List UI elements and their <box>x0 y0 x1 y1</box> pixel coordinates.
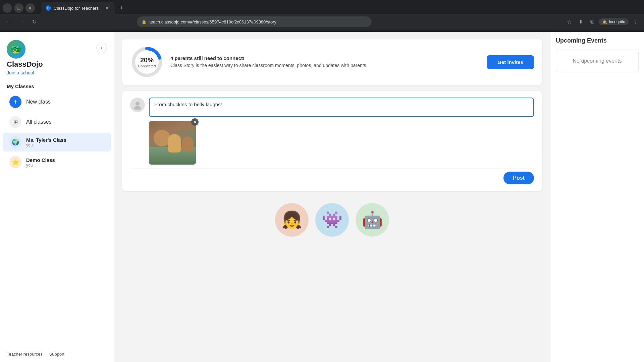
tab-title: ClassDojo for Teachers <box>54 6 99 11</box>
sidebar: 🐲 ClassDojo Join a school ‹ My Classes +… <box>0 32 114 362</box>
class-item-1[interactable]: ⭐ Demo Class you <box>3 153 111 172</box>
logo-area: 🐲 ClassDojo Join a school <box>7 40 43 75</box>
right-panel: Upcoming Events No upcoming events <box>550 32 644 362</box>
download-button[interactable]: ⬇ <box>576 17 585 26</box>
back-button[interactable]: ← <box>4 17 13 26</box>
join-school-link[interactable]: Join a school <box>7 70 34 75</box>
footer-separator: · <box>45 352 47 357</box>
my-classes-label: My Classes <box>0 81 114 92</box>
menu-button[interactable]: ⋮ <box>631 17 640 26</box>
forward-button[interactable]: → <box>17 17 26 26</box>
post-image <box>149 121 196 165</box>
minimize-button[interactable]: － <box>3 3 12 13</box>
all-classes-item[interactable]: ⊞ All classes <box>3 113 111 131</box>
upcoming-events-title: Upcoming Events <box>556 37 639 44</box>
post-button[interactable]: Post <box>503 172 534 184</box>
character-3: 🤖 <box>356 203 389 237</box>
toolbar-right: ☆ ⬇ ⧉ 🕵 Incognito ⋮ <box>565 17 640 26</box>
address-bar-row: ← → ↻ 🔒 teach.classdojo.com/#/classes/65… <box>0 14 644 29</box>
tab-bar-row: － □ ✕ D ClassDojo for Teachers ✕ + <box>0 0 644 14</box>
class-name-0: Ms. Tyler's Class <box>26 137 66 143</box>
url-text: teach.classdojo.com/#/classes/65974c810c… <box>149 19 276 24</box>
browser-chrome: － □ ✕ D ClassDojo for Teachers ✕ + ← → ↻… <box>0 0 644 32</box>
new-class-item[interactable]: + New class <box>3 93 111 111</box>
get-invites-button[interactable]: Get invites <box>487 55 534 69</box>
teacher-resources-link[interactable]: Teacher resources <box>7 352 43 357</box>
bookmark-button[interactable]: ☆ <box>565 17 574 26</box>
collapse-sidebar-button[interactable]: ‹ <box>96 43 107 53</box>
lock-icon: 🔒 <box>142 19 147 24</box>
tab-favicon: D <box>46 5 51 11</box>
class-info-1: Demo Class you <box>26 157 55 168</box>
incognito-icon: 🕵 <box>602 19 607 24</box>
progress-ring: 20% Connected <box>130 45 164 79</box>
tab-bar: D ClassDojo for Teachers ✕ + <box>38 2 641 14</box>
support-link[interactable]: Support <box>49 352 65 357</box>
tab-close-button[interactable]: ✕ <box>104 5 110 11</box>
new-class-icon: + <box>9 96 21 108</box>
post-image-inner <box>149 121 196 165</box>
character-1: 👧 <box>275 203 309 237</box>
active-tab[interactable]: D ClassDojo for Teachers ✕ <box>41 2 115 14</box>
address-bar[interactable]: 🔒 teach.classdojo.com/#/classes/65974c81… <box>137 16 372 27</box>
no-events-message: No upcoming events <box>556 50 639 72</box>
extensions-button[interactable]: ⧉ <box>587 17 597 26</box>
logo-icon: 🐲 <box>7 40 25 59</box>
post-card: ✕ Post <box>122 91 542 191</box>
all-classes-icon: ⊞ <box>9 116 21 128</box>
page-layout: 🐲 ClassDojo Join a school ‹ My Classes +… <box>0 32 644 362</box>
all-classes-label: All classes <box>26 119 52 125</box>
post-image-preview: ✕ <box>149 121 196 165</box>
close-button[interactable]: ✕ <box>25 3 35 13</box>
progress-percent: 20% <box>138 56 156 64</box>
incognito-badge: 🕵 Incognito <box>599 18 629 25</box>
window-controls: － □ ✕ <box>3 3 35 13</box>
characters-section: 👧 👾 🤖 <box>122 196 542 243</box>
sidebar-footer: Teacher resources · Support <box>0 346 114 362</box>
post-input-row <box>130 98 534 117</box>
class-name-1: Demo Class <box>26 157 55 163</box>
connect-description: Class Story is the easiest way to share … <box>170 62 480 69</box>
reload-button[interactable]: ↻ <box>30 17 39 26</box>
connect-text: 4 parents still need to connect! Class S… <box>170 55 480 69</box>
class-info-0: Ms. Tyler's Class you <box>26 137 66 147</box>
svg-point-2 <box>136 102 140 106</box>
progress-label: Connected <box>138 64 156 68</box>
class-sub-1: you <box>26 163 55 168</box>
remove-image-button[interactable]: ✕ <box>191 118 199 126</box>
class-item-0[interactable]: 🌍 Ms. Tyler's Class you <box>3 133 111 152</box>
new-tab-button[interactable]: + <box>117 3 126 13</box>
maximize-button[interactable]: □ <box>14 3 23 13</box>
progress-ring-text: 20% Connected <box>138 56 156 68</box>
post-footer: Post <box>130 169 534 184</box>
post-avatar <box>130 98 145 112</box>
logo-emoji: 🐲 <box>10 44 22 55</box>
class-avatar-1: ⭐ <box>9 156 21 168</box>
character-2: 👾 <box>315 203 349 237</box>
incognito-label: Incognito <box>609 19 625 24</box>
connect-card: 20% Connected 4 parents still need to co… <box>122 39 542 85</box>
app-name: ClassDojo <box>7 60 43 69</box>
svg-point-3 <box>134 106 141 110</box>
post-text-input[interactable] <box>149 98 534 117</box>
class-sub-0: you <box>26 143 66 147</box>
connect-title: 4 parents still need to connect! <box>170 55 480 61</box>
new-class-label: New class <box>26 99 51 105</box>
class-avatar-0: 🌍 <box>9 136 21 148</box>
main-content: 20% Connected 4 parents still need to co… <box>114 32 550 362</box>
sidebar-header: 🐲 ClassDojo Join a school ‹ <box>0 32 114 81</box>
